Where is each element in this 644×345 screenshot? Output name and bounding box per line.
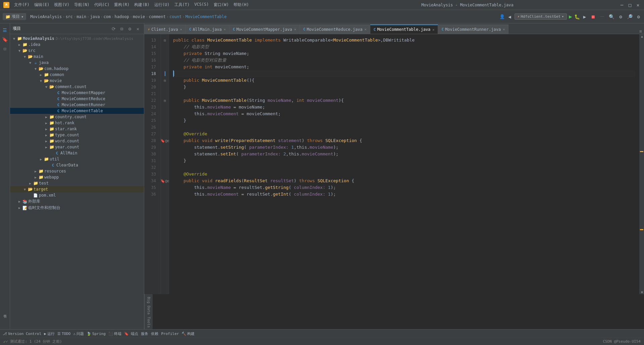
- tree-item-MovieCommentMapper[interactable]: C MovieCommentMapper: [10, 90, 144, 96]
- version-control-item[interactable]: ⎇ Version Control: [3, 332, 41, 336]
- tree-item-java[interactable]: ▼ ☕ java: [10, 60, 144, 66]
- tab-runner[interactable]: C MovieCommentRunner.java ✕: [438, 24, 508, 34]
- more-button[interactable]: ⚙: [636, 13, 641, 20]
- tree-item-hot-rank[interactable]: ▶ 📁 hot.rank: [10, 120, 144, 126]
- tab-client[interactable]: ⚡ Client.java ✕: [144, 24, 186, 34]
- bookmark-icon[interactable]: 🔖: [1, 36, 9, 44]
- tab-allMain[interactable]: C AllMain.java ✕: [186, 24, 229, 34]
- tab-close-icon[interactable]: ✕: [180, 27, 182, 31]
- tree-item-AllMain[interactable]: C AllMain: [10, 150, 144, 156]
- menu-navigate[interactable]: 导航(N): [72, 1, 92, 8]
- menu-run[interactable]: 运行(U): [152, 1, 172, 8]
- breadcrumb-java[interactable]: java: [90, 14, 100, 19]
- tree-item-root[interactable]: ▼ 📁 MovieAnalysis D:\rtsy\bysj7738-code\…: [10, 36, 144, 42]
- tab-close-icon[interactable]: ✕: [294, 27, 296, 31]
- stop-button[interactable]: ⏹: [589, 13, 597, 20]
- tree-item-resources[interactable]: ▶ 📁 resources: [10, 168, 144, 174]
- tab-mapper[interactable]: C MovieCommentMapper.java ✕: [229, 24, 300, 34]
- scroll-bottom-icon[interactable]: ▼: [640, 290, 644, 294]
- tree-item-target[interactable]: ▼ 📂 target: [10, 186, 144, 192]
- tab-close-icon[interactable]: ✕: [365, 27, 367, 31]
- tree-item-main[interactable]: ▼ 📂 main: [10, 54, 144, 60]
- todo-item[interactable]: ☰ TODO: [57, 332, 71, 336]
- menu-build[interactable]: 构建(B): [132, 1, 152, 8]
- search-button[interactable]: 🔍: [607, 13, 616, 20]
- scroll-gutter[interactable]: ▲ ▼: [639, 34, 644, 294]
- code-editor[interactable]: public class MovieCommentTable implement…: [169, 34, 639, 294]
- tree-item-common[interactable]: ▶ 📁 common: [10, 72, 144, 78]
- scroll-top-icon[interactable]: ▲: [640, 34, 644, 38]
- collapse-all-icon[interactable]: ⊟: [118, 25, 125, 32]
- tab-reduce[interactable]: C MovieCommentReduce.java ✕: [300, 24, 370, 34]
- menu-vcs[interactable]: VCS(S): [192, 1, 211, 8]
- refresh-icon[interactable]: ⟳: [110, 25, 117, 32]
- tree-item-type-count[interactable]: ▶ 📁 type.count: [10, 132, 144, 138]
- minimize-button[interactable]: ─: [619, 2, 625, 8]
- tree-item-word-count[interactable]: ▶ 📁 word.count: [10, 138, 144, 144]
- menu-help[interactable]: 帮助(H): [231, 1, 251, 8]
- tree-item-MovieCommentTable[interactable]: C MovieCommentTable: [10, 108, 144, 114]
- tab-close-icon[interactable]: ✕: [224, 27, 226, 31]
- breadcrumb-comment[interactable]: comment: [149, 14, 166, 19]
- problems-item[interactable]: ⚠ 问题: [73, 331, 84, 336]
- breadcrumb-src[interactable]: src: [65, 14, 73, 19]
- menu-window[interactable]: 窗口(W): [212, 1, 231, 8]
- maximize-button[interactable]: □: [627, 2, 633, 8]
- tree-item-MovieCommentReduce[interactable]: C MovieCommentReduce: [10, 96, 144, 102]
- menu-file[interactable]: 文件(F): [12, 1, 32, 8]
- back-button[interactable]: ◀: [507, 13, 512, 20]
- spring-item[interactable]: 🍃 Spring: [87, 332, 106, 336]
- tab-close-icon[interactable]: ✕: [503, 27, 505, 31]
- project-selector[interactable]: 📁 项目 ▾: [3, 13, 26, 20]
- tab-table[interactable]: C MovieCommentTable.java ✕: [370, 24, 438, 34]
- big-data-tools-label[interactable]: Big Data Tools: [146, 295, 152, 329]
- run-config-selector[interactable]: ⚡ HdfsClient.testGet ▾: [515, 13, 567, 20]
- menu-code[interactable]: 代码(C): [92, 1, 112, 8]
- structure-icon[interactable]: ⊟: [1, 45, 9, 53]
- tree-item-movie[interactable]: ▼ 📂 movie: [10, 78, 144, 84]
- tree-item-MovieCommentRunner[interactable]: C MovieCommentRunner: [10, 102, 144, 108]
- breadcrumb-movie[interactable]: movie: [133, 14, 145, 19]
- breadcrumb-main[interactable]: main: [76, 14, 86, 19]
- breadcrumb-count[interactable]: count: [169, 14, 181, 19]
- debug-button[interactable]: 🐛: [574, 14, 580, 19]
- tree-item-util[interactable]: ▶ 📁 util: [10, 156, 144, 162]
- project-view-icon[interactable]: ☰: [1, 26, 9, 34]
- breadcrumb-class[interactable]: MovieCommentTable: [185, 14, 227, 19]
- tree-item-comment-count[interactable]: ▼ 📂 comment.count: [10, 84, 144, 90]
- coverage-button[interactable]: ▶: [582, 13, 587, 20]
- tree-item-country-count[interactable]: ▶ 📁 country.count: [10, 114, 144, 120]
- run-item[interactable]: ▶ 运行: [44, 331, 55, 336]
- menu-refactor[interactable]: 重构(R): [112, 1, 131, 8]
- tree-item-src[interactable]: ▼ 📂 src: [10, 48, 144, 54]
- breadcrumb-com[interactable]: com: [104, 14, 111, 19]
- terminal-item[interactable]: ⬛ 终端: [108, 331, 121, 336]
- tree-item-star-rank[interactable]: ▶ 📁 star.rank: [10, 126, 144, 132]
- tree-item-test[interactable]: ▶ 📁 test: [10, 180, 144, 186]
- menu-view[interactable]: 视图(V): [52, 1, 71, 8]
- dependencies-item[interactable]: 依赖: [151, 331, 158, 336]
- breadcrumb-hadoop[interactable]: hadoop: [115, 14, 129, 19]
- tree-item-comhadoop[interactable]: ▼ 📂 com.hadoop: [10, 66, 144, 72]
- breadcrumb-project[interactable]: MovieAnalysis: [30, 14, 62, 19]
- run-button[interactable]: ▶: [569, 13, 572, 20]
- tree-item-ClearData[interactable]: C ClearData: [10, 162, 144, 168]
- profiler-item[interactable]: Profiler: [161, 332, 179, 336]
- close-sidebar-icon[interactable]: ✕: [135, 25, 141, 32]
- find-button[interactable]: 🔎: [626, 13, 634, 20]
- tabs-more-icon[interactable]: ≡: [637, 29, 644, 34]
- close-button[interactable]: ✕: [635, 2, 641, 8]
- tree-item-pom-xml[interactable]: 📄 pom.xml: [10, 192, 144, 198]
- services-item[interactable]: 服务: [141, 331, 148, 336]
- tree-item-scratch[interactable]: ▶ 📝 临时文件和控制台: [10, 205, 144, 211]
- tab-close-icon[interactable]: ✕: [432, 28, 434, 31]
- settings-button[interactable]: ⚙: [618, 13, 623, 20]
- menu-tools[interactable]: 工具(T): [172, 1, 192, 8]
- tree-item-external-libs[interactable]: ▶ 📚 外部库: [10, 198, 144, 205]
- tree-item-idea[interactable]: ▶ 📁 .idea: [10, 42, 144, 48]
- tree-item-year-count[interactable]: ▶ 📁 year.count: [10, 144, 144, 150]
- build-item[interactable]: 🔨 构建: [181, 331, 195, 336]
- tree-item-webapp[interactable]: ▶ 📁 webapp: [10, 174, 144, 180]
- endpoints-item[interactable]: 🔖 端点: [124, 331, 139, 336]
- gear-icon[interactable]: ⚙: [126, 25, 133, 32]
